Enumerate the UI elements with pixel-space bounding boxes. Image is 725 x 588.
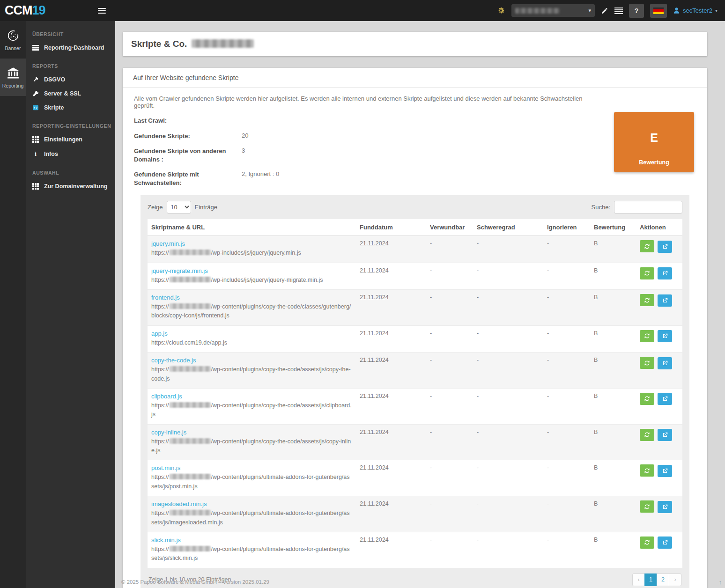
redacted-domain-name xyxy=(192,39,254,48)
help-button[interactable]: ? xyxy=(629,4,644,18)
open-script-button[interactable] xyxy=(658,330,672,342)
script-link[interactable]: slick.min.js xyxy=(151,537,181,544)
table-row: copy-the-code.js https:///wp-content/plu… xyxy=(148,353,682,389)
info-icon: i xyxy=(32,150,39,158)
sidebar-item-infos[interactable]: i Infos xyxy=(26,147,115,162)
col-header-bewertung[interactable]: Bewertung xyxy=(590,219,636,236)
sidebar-item-dsgvo[interactable]: DSGVO xyxy=(26,73,115,87)
script-link[interactable]: jquery.min.js xyxy=(151,240,185,247)
recheck-script-button[interactable] xyxy=(640,393,654,405)
col-header-funddatum[interactable]: Funddatum xyxy=(356,219,426,236)
hamburger-menu-icon[interactable] xyxy=(98,8,106,14)
open-script-button[interactable] xyxy=(658,267,672,279)
table-row: app.js https://cloud.ccm19.de/app.js 21.… xyxy=(148,325,682,352)
open-script-button[interactable] xyxy=(658,241,672,253)
recheck-script-button[interactable] xyxy=(640,357,654,369)
open-script-button[interactable] xyxy=(658,465,672,477)
script-url: https:///wp-content/plugins/ultimate-add… xyxy=(151,509,352,527)
menu-section-uebersicht: ÜBERSICHT xyxy=(26,28,115,41)
recheck-script-button[interactable] xyxy=(640,537,654,549)
app-logo: CCM19 xyxy=(5,3,45,18)
rail-item-banner[interactable]: Banner xyxy=(0,21,26,59)
topbar-brand: CCM19 xyxy=(0,0,115,21)
sidebar: Banner Reporting ÜBERSICHT Reporting-Das… xyxy=(0,21,115,588)
redacted-host xyxy=(170,510,211,515)
col-header-skriptname[interactable]: Skriptname & URL xyxy=(148,219,356,236)
domain-select[interactable]: ▾ xyxy=(511,4,595,17)
bank-icon xyxy=(6,66,20,80)
open-script-button[interactable] xyxy=(658,537,672,549)
username: secTester2 xyxy=(683,7,712,14)
sidebar-item-einstellungen[interactable]: Einstellungen xyxy=(26,132,115,147)
cell-funddatum: 21.11.2024 xyxy=(356,263,426,289)
script-link[interactable]: frontend.js xyxy=(151,294,180,301)
list-icon[interactable] xyxy=(614,7,623,15)
table-header-row: Skriptname & URL Funddatum Verwundbar Sc… xyxy=(148,219,682,236)
cell-verwundbar: - xyxy=(426,263,473,289)
cell-ignorieren: - xyxy=(543,532,590,567)
recheck-script-button[interactable] xyxy=(640,267,654,279)
cell-funddatum: 21.11.2024 xyxy=(356,460,426,496)
recheck-script-button[interactable] xyxy=(640,429,654,441)
panel-body: Alle vom Crawler gefundenen Skripte werd… xyxy=(123,88,707,588)
topbar-actions: ▾ ? secTester2 ▾ xyxy=(496,4,725,18)
cell-bewertung: B xyxy=(590,236,636,263)
cell-schweregrad: - xyxy=(473,496,543,532)
cell-verwundbar: - xyxy=(426,236,473,263)
scroll-to-top-icon[interactable]: ↑ xyxy=(719,579,722,586)
grid-icon xyxy=(32,183,39,190)
script-url: https:///wp-content/plugins/ultimate-add… xyxy=(151,545,352,563)
script-link[interactable]: copy-the-code.js xyxy=(151,357,196,364)
refresh-icon xyxy=(644,539,651,546)
scripts-panel: Auf Ihrer Website gefundene Skripte Alle… xyxy=(123,68,707,588)
col-header-verwundbar[interactable]: Verwundbar xyxy=(426,219,473,236)
entries-label: Einträge xyxy=(195,204,217,211)
open-script-button[interactable] xyxy=(658,429,672,441)
col-header-schweregrad[interactable]: Schweregrad xyxy=(473,219,543,236)
edit-pencil-icon[interactable] xyxy=(601,7,608,15)
recheck-script-button[interactable] xyxy=(640,464,654,477)
crawl-stats: Last Crawl: Gefundene Skripte: 20 Gefund… xyxy=(134,117,462,187)
redacted-domain-value xyxy=(515,8,560,14)
cell-schweregrad: - xyxy=(473,290,543,326)
sidebar-item-reporting-dashboard[interactable]: Reporting-Dashboard xyxy=(26,41,115,55)
recheck-script-button[interactable] xyxy=(640,330,654,342)
script-link[interactable]: imagesloaded.min.js xyxy=(151,500,207,507)
sidebar-item-skripte[interactable]: Skripte xyxy=(26,101,115,115)
redacted-host xyxy=(170,303,211,309)
stat-label-andere-domains: Gefundene Skripte von anderen Domains : xyxy=(134,147,242,163)
table-row: post.min.js https:///wp-content/plugins/… xyxy=(148,460,682,496)
cell-bewertung: B xyxy=(590,290,636,326)
col-header-ignorieren[interactable]: Ignorieren xyxy=(543,219,590,236)
open-script-button[interactable] xyxy=(658,357,672,369)
external-link-icon xyxy=(662,432,668,438)
script-link[interactable]: jquery-migrate.min.js xyxy=(151,267,208,274)
recheck-script-button[interactable] xyxy=(640,240,654,252)
script-link[interactable]: clipboard.js xyxy=(151,393,182,400)
script-link[interactable]: copy-inline.js xyxy=(151,429,186,436)
page-size-select[interactable]: 10 xyxy=(167,201,191,213)
cell-funddatum: 21.11.2024 xyxy=(356,388,426,424)
cell-ignorieren: - xyxy=(543,236,590,263)
dashboard-icon xyxy=(32,44,39,51)
cell-funddatum: 21.11.2024 xyxy=(356,532,426,567)
recheck-script-button[interactable] xyxy=(640,294,654,306)
open-script-button[interactable] xyxy=(658,294,672,307)
cell-schweregrad: - xyxy=(473,388,543,424)
external-link-icon xyxy=(662,270,668,277)
recheck-script-button[interactable] xyxy=(640,500,654,513)
sidebar-item-zur-domainverwaltung[interactable]: Zur Domainverwaltung xyxy=(26,179,115,193)
script-link[interactable]: app.js xyxy=(151,330,168,337)
language-flag-button[interactable] xyxy=(650,4,667,18)
script-link[interactable]: post.min.js xyxy=(151,464,180,471)
sidebar-item-server-ssl[interactable]: Server & SSL xyxy=(26,87,115,101)
user-menu[interactable]: secTester2 ▾ xyxy=(673,7,718,14)
open-script-button[interactable] xyxy=(658,501,672,513)
search-input[interactable] xyxy=(614,201,682,213)
menu-section-reporting-einstellungen: REPORTING-EINSTELLUNGEN xyxy=(26,119,115,132)
table-row: jquery-migrate.min.js https:///wp-includ… xyxy=(148,263,682,289)
open-script-button[interactable] xyxy=(658,393,672,405)
cell-verwundbar: - xyxy=(426,532,473,567)
gear-icon[interactable] xyxy=(496,6,505,15)
rail-item-reporting[interactable]: Reporting xyxy=(0,59,26,96)
